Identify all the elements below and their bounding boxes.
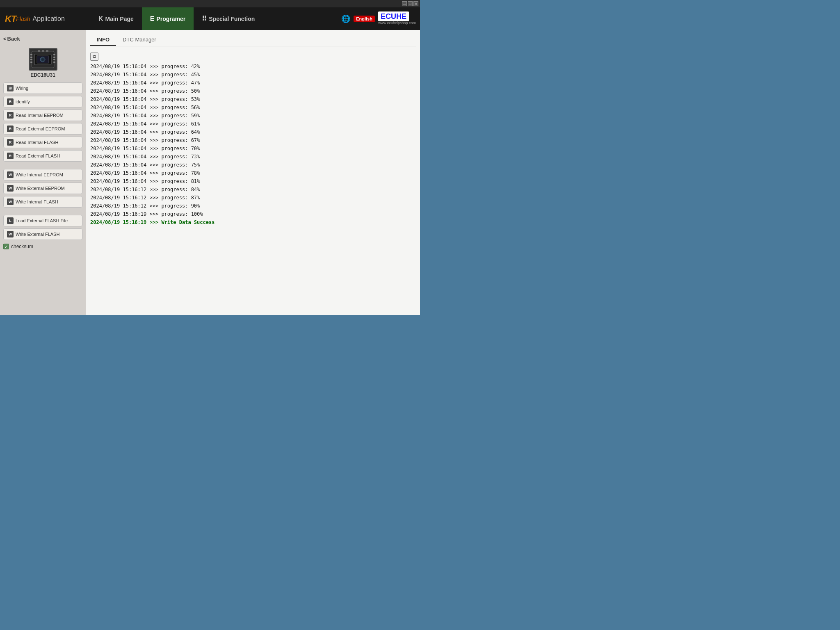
tab-dtc-manager[interactable]: DTC Manager bbox=[116, 34, 163, 46]
log-entry: 2024/08/19 15:16:04 >>> progress: 70% bbox=[90, 144, 416, 153]
sidebar: Back bbox=[0, 30, 86, 315]
separator-1 bbox=[3, 164, 82, 167]
ecu-svg bbox=[30, 49, 56, 70]
tab-special-function[interactable]: ⠿ Special Function bbox=[194, 7, 263, 30]
tab-eprogramer[interactable]: E Programer bbox=[142, 7, 194, 30]
log-entry: 2024/08/19 15:16:04 >>> progress: 75% bbox=[90, 161, 416, 169]
ecu-brand-area: ECUHE www.ecuhelpshop.com bbox=[378, 12, 416, 25]
svg-rect-11 bbox=[38, 50, 40, 52]
read-internal-flash-icon: R bbox=[7, 139, 14, 146]
nav-tabs: K Main Page E Programer ⠿ Special Functi… bbox=[90, 7, 337, 30]
log-entry: 2024/08/19 15:16:04 >>> progress: 81% bbox=[90, 177, 416, 185]
panel-tabs: INFO DTC Manager bbox=[90, 34, 416, 46]
log-entry: 2024/08/19 15:16:12 >>> progress: 87% bbox=[90, 194, 416, 202]
log-entry: 2024/08/19 15:16:04 >>> progress: 42% bbox=[90, 62, 416, 71]
checksum-row: checksum bbox=[3, 242, 82, 251]
close-button[interactable]: ✕ bbox=[413, 1, 418, 6]
brand-flash-text: Flash bbox=[16, 16, 30, 22]
brand-app-text: Application bbox=[33, 15, 65, 23]
write-internal-flash-button[interactable]: W Write Internal FLASH bbox=[3, 196, 82, 208]
tab-main-page[interactable]: K Main Page bbox=[90, 7, 142, 30]
ecu-brand-text: ECUHE bbox=[378, 11, 409, 21]
log-entry: 2024/08/19 15:16:04 >>> progress: 59% bbox=[90, 112, 416, 120]
write-internal-eeprom-icon: W bbox=[7, 171, 14, 178]
main-page-icon: K bbox=[98, 15, 103, 23]
write-internal-eeprom-button[interactable]: W Write Internal EEPROM bbox=[3, 169, 82, 180]
checksum-label: checksum bbox=[11, 244, 33, 249]
nav-right: 🌐 English ECUHE www.ecuhelpshop.com bbox=[337, 7, 420, 30]
tab-info[interactable]: INFO bbox=[90, 34, 116, 46]
read-internal-flash-button[interactable]: R Read Internal FLASH bbox=[3, 137, 82, 148]
eprogramer-icon: E bbox=[150, 15, 155, 23]
log-entry: 2024/08/19 15:16:04 >>> progress: 53% bbox=[90, 95, 416, 103]
ecu-image-container: EDC16U31 bbox=[3, 48, 82, 78]
svg-rect-8 bbox=[53, 57, 55, 58]
log-entry: 2024/08/19 15:16:04 >>> progress: 56% bbox=[90, 103, 416, 112]
svg-point-15 bbox=[41, 58, 44, 61]
svg-rect-3 bbox=[30, 54, 32, 55]
log-entry: 2024/08/19 15:16:04 >>> progress: 45% bbox=[90, 71, 416, 79]
maximize-button[interactable]: □ bbox=[408, 1, 413, 6]
language-badge[interactable]: English bbox=[354, 16, 375, 22]
load-external-flash-button[interactable]: L Load External FLASH File bbox=[3, 215, 82, 226]
log-entry: 2024/08/19 15:16:12 >>> progress: 84% bbox=[90, 185, 416, 194]
log-area[interactable]: ⧉ 2024/08/19 15:16:04 >>> progress: 42%2… bbox=[90, 50, 416, 311]
log-entry: 2024/08/19 15:16:04 >>> progress: 73% bbox=[90, 153, 416, 161]
checksum-checkbox[interactable] bbox=[3, 244, 9, 249]
back-button[interactable]: Back bbox=[3, 34, 82, 43]
write-external-eeprom-icon: W bbox=[7, 185, 14, 192]
wiring-button[interactable]: ⊞ Wiring bbox=[3, 82, 82, 94]
ecu-name: EDC16U31 bbox=[30, 72, 55, 78]
minimize-button[interactable]: — bbox=[402, 1, 407, 6]
svg-rect-12 bbox=[42, 50, 44, 52]
log-entry: 2024/08/19 15:16:04 >>> progress: 47% bbox=[90, 79, 416, 87]
svg-rect-10 bbox=[53, 62, 55, 63]
svg-rect-6 bbox=[30, 62, 32, 63]
separator-2 bbox=[3, 210, 82, 213]
svg-rect-4 bbox=[30, 57, 32, 58]
log-entry: 2024/08/19 15:16:19 >>> progress: 100% bbox=[90, 210, 416, 218]
navbar: KT Flash Application K Main Page E Progr… bbox=[0, 7, 420, 30]
read-external-eeprom-icon: R bbox=[7, 126, 14, 132]
log-entry: 2024/08/19 15:16:04 >>> progress: 78% bbox=[90, 169, 416, 177]
write-external-eeprom-button[interactable]: W Write External EEPROM bbox=[3, 183, 82, 194]
read-external-flash-button[interactable]: R Read External FLASH bbox=[3, 150, 82, 162]
svg-rect-5 bbox=[30, 59, 32, 60]
svg-rect-13 bbox=[46, 50, 48, 52]
read-internal-eeprom-button[interactable]: R Read Internal EEPROM bbox=[3, 110, 82, 121]
special-function-icon: ⠿ bbox=[202, 15, 207, 23]
write-internal-flash-icon: W bbox=[7, 199, 14, 205]
identify-icon: R bbox=[7, 98, 14, 105]
write-external-flash-button[interactable]: W Write External FLASH bbox=[3, 228, 82, 240]
brand-area: KT Flash Application bbox=[0, 7, 90, 30]
ecu-image bbox=[29, 48, 57, 71]
svg-rect-7 bbox=[53, 54, 55, 55]
main-content: Back bbox=[0, 30, 420, 315]
title-bar: — □ ✕ bbox=[0, 0, 420, 7]
brand-logo: KT Flash bbox=[5, 14, 30, 24]
read-external-flash-icon: R bbox=[7, 153, 14, 159]
ecu-url: www.ecuhelpshop.com bbox=[378, 21, 416, 25]
read-internal-eeprom-icon: R bbox=[7, 112, 14, 119]
log-entry: 2024/08/19 15:16:04 >>> progress: 67% bbox=[90, 136, 416, 144]
log-entry: 2024/08/19 15:16:19 >>> Write Data Succe… bbox=[90, 218, 416, 226]
load-external-flash-icon: L bbox=[7, 217, 14, 224]
svg-rect-9 bbox=[53, 59, 55, 60]
read-external-eeprom-button[interactable]: R Read External EEPROM bbox=[3, 123, 82, 135]
wiring-icon: ⊞ bbox=[7, 85, 14, 91]
log-entry: 2024/08/19 15:16:12 >>> progress: 90% bbox=[90, 202, 416, 210]
brand-kt-text: KT bbox=[5, 14, 16, 24]
log-entry: 2024/08/19 15:16:04 >>> progress: 64% bbox=[90, 128, 416, 136]
log-entry: 2024/08/19 15:16:04 >>> progress: 50% bbox=[90, 87, 416, 95]
globe-icon: 🌐 bbox=[341, 14, 350, 23]
log-entry: 2024/08/19 15:16:04 >>> progress: 61% bbox=[90, 120, 416, 128]
copy-icon[interactable]: ⧉ bbox=[90, 52, 98, 61]
identify-button[interactable]: R identify bbox=[3, 96, 82, 107]
write-external-flash-icon: W bbox=[7, 231, 14, 237]
content-panel: INFO DTC Manager ⧉ 2024/08/19 15:16:04 >… bbox=[86, 30, 420, 315]
